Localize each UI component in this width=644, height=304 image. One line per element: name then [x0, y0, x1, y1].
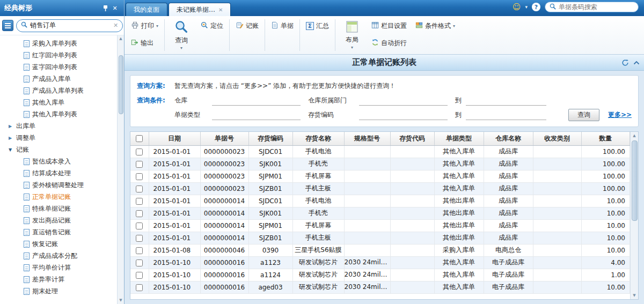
- row-checkbox[interactable]: [136, 210, 143, 217]
- table-row[interactable]: 2015-01-010000000014SJK001手机壳其他出库单成品库10.…: [130, 207, 630, 219]
- auto-wrap-button[interactable]: 自动折行: [367, 34, 411, 51]
- summary-button[interactable]: Σ 汇总: [302, 17, 333, 34]
- row-checkbox[interactable]: [136, 247, 143, 254]
- warehouse-dept-input[interactable]: [359, 96, 448, 106]
- row-checkbox[interactable]: [136, 259, 143, 266]
- scroll-thumb[interactable]: [632, 140, 638, 221]
- scroll-up-icon[interactable]: ▲: [119, 35, 122, 42]
- sidebar-item[interactable]: 产成品入库单: [0, 73, 116, 85]
- sidebar-item-selected[interactable]: 正常单据记账: [0, 191, 116, 203]
- row-checkbox[interactable]: [136, 186, 143, 192]
- close-icon[interactable]: ✕: [110, 3, 120, 13]
- scroll-thumb[interactable]: [119, 55, 123, 114]
- warehouse-input[interactable]: [212, 96, 301, 106]
- to-range-input-2[interactable]: [466, 110, 546, 120]
- layout-button[interactable]: 布局 ▾: [337, 17, 367, 53]
- post-button[interactable]: 记账: [231, 17, 263, 34]
- sidebar-item[interactable]: ▶调整单: [0, 132, 116, 144]
- sidebar-item[interactable]: 平均单价计算: [0, 262, 116, 273]
- sidebar-item[interactable]: 产成品成本分配: [0, 250, 116, 262]
- column-header[interactable]: 数量: [581, 132, 630, 145]
- clear-icon[interactable]: ✕: [113, 22, 118, 29]
- table-row[interactable]: 2015-01-100000000016a1124研发试制芯片2030 24mi…: [130, 269, 630, 281]
- barcode-search-input[interactable]: [559, 3, 634, 11]
- chevron-right-icon[interactable]: ▶: [9, 136, 16, 140]
- column-header[interactable]: 收发类别: [533, 132, 581, 145]
- column-header[interactable]: 存货名称: [292, 132, 344, 145]
- column-header[interactable]: 存货代码: [390, 132, 434, 145]
- row-checkbox[interactable]: [136, 235, 143, 242]
- document-button[interactable]: 单据: [267, 17, 298, 34]
- dropdown-arrow-icon[interactable]: ▾: [525, 4, 528, 10]
- table-row[interactable]: 2015-01-010000000023SJPM01手机屏幕其他入库单成品库10…: [130, 170, 630, 182]
- help-icon[interactable]: ?: [532, 3, 540, 11]
- sidebar-item[interactable]: 期末处理: [0, 285, 116, 297]
- sidebar-item[interactable]: 其他入库单列表: [0, 108, 116, 120]
- pin-icon[interactable]: [100, 3, 110, 13]
- table-row[interactable]: 2015-01-010000000023SJK001手机壳其他入库单成品库100…: [130, 158, 630, 170]
- table-row[interactable]: 2015-01-0800000000460390三星手机S6贴膜采购入库单电商总…: [130, 244, 630, 256]
- inventory-code-input[interactable]: [359, 110, 448, 120]
- locate-button[interactable]: 定位: [196, 17, 228, 34]
- chevron-down-icon[interactable]: ▼: [9, 147, 16, 152]
- chevron-right-icon[interactable]: ▶: [9, 124, 16, 129]
- table-scrollbar[interactable]: ▲ ▼: [630, 132, 638, 299]
- sidebar-search-input[interactable]: [30, 22, 111, 29]
- sidebar-item[interactable]: 红字回冲单列表: [0, 49, 116, 61]
- column-header[interactable]: 单据号: [200, 132, 248, 145]
- tab-my-desktop[interactable]: 我的桌面: [126, 3, 167, 16]
- sidebar-item[interactable]: 发出商品记账: [0, 214, 116, 226]
- table-row[interactable]: 2015-01-010000000023SJDC01手机电池其他入库单成品库10…: [130, 145, 630, 158]
- select-all-checkbox[interactable]: [136, 135, 143, 142]
- refresh-icon[interactable]: [621, 59, 629, 66]
- row-checkbox[interactable]: [136, 284, 143, 291]
- table-row[interactable]: 2015-01-010000000014SJDC01手机电池其他出库单成品库10…: [130, 195, 630, 207]
- sidebar-item[interactable]: 暂估成本录入: [0, 155, 116, 167]
- sidebar-item[interactable]: 特殊单据记账: [0, 203, 116, 214]
- column-header[interactable]: 仓库名称: [484, 132, 533, 145]
- sidebar-item[interactable]: ▶出库单: [0, 120, 116, 132]
- menu-icon[interactable]: [2, 20, 13, 31]
- table-row[interactable]: 2015-01-100000000016a1123研发试制芯片2030 24mi…: [130, 256, 630, 269]
- column-settings-button[interactable]: 栏目设置: [367, 17, 411, 34]
- sidebar-item[interactable]: 结算成本处理: [0, 167, 116, 179]
- table-row[interactable]: 2015-01-010000000023SJZB01手机主板其他入库单成品库10…: [130, 182, 630, 195]
- query-button[interactable]: 查询: [568, 109, 599, 121]
- row-checkbox[interactable]: [136, 198, 143, 205]
- sidebar-item[interactable]: 委外核销调整处理: [0, 179, 116, 191]
- collapse-panel-icon[interactable]: [633, 61, 640, 65]
- scroll-up-icon[interactable]: ▲: [633, 132, 635, 139]
- scroll-down-icon[interactable]: ▼: [633, 292, 635, 299]
- row-checkbox[interactable]: [136, 161, 143, 168]
- column-header[interactable]: 单据类型: [434, 132, 484, 145]
- tab-unposted-docs[interactable]: 未记账单据… ✕: [169, 3, 231, 16]
- tab-close-icon[interactable]: ✕: [218, 7, 223, 13]
- column-header[interactable]: 存货编码: [248, 132, 292, 145]
- sidebar-scrollbar[interactable]: ▲ ▼: [117, 35, 124, 304]
- conditional-format-button[interactable]: 条件格式 ▾: [411, 17, 459, 34]
- table-row[interactable]: 2015-01-010000000014SJPM01手机屏幕其他出库单成品库10…: [130, 219, 630, 232]
- sidebar-item[interactable]: 蓝字回冲单列表: [0, 61, 116, 73]
- sidebar-item[interactable]: 恢复记账: [0, 238, 116, 250]
- row-checkbox[interactable]: [136, 272, 143, 279]
- scroll-down-icon[interactable]: ▼: [119, 297, 122, 304]
- row-checkbox[interactable]: [136, 173, 143, 180]
- print-button[interactable]: 打印 ▾: [127, 17, 163, 34]
- sidebar-item[interactable]: 其他入库单: [0, 97, 116, 108]
- sidebar-item[interactable]: 产成品入库单列表: [0, 85, 116, 97]
- column-header[interactable]: 日期: [149, 132, 200, 145]
- sidebar-item[interactable]: 采购入库单列表: [0, 38, 116, 49]
- row-checkbox[interactable]: [136, 223, 143, 229]
- query-toolbar-button[interactable]: 查询 ▾: [166, 17, 196, 53]
- smiley-icon[interactable]: ☺: [513, 3, 521, 11]
- table-row[interactable]: 2015-01-010000000014SJZB01手机主板其他出库单成品库10…: [130, 232, 630, 244]
- table-row[interactable]: 2015-01-100000000016aged03研发试制芯片2030 24m…: [130, 281, 630, 293]
- more-link[interactable]: 更多>>: [608, 110, 632, 120]
- column-header[interactable]: 规格型号: [344, 132, 390, 145]
- sidebar-item[interactable]: 直运销售记账: [0, 226, 116, 238]
- row-checkbox[interactable]: [136, 149, 143, 155]
- sidebar-item[interactable]: 差异率计算: [0, 273, 116, 285]
- sidebar-item[interactable]: ▼记账: [0, 144, 116, 155]
- doc-type-input[interactable]: [212, 110, 301, 120]
- to-range-input-1[interactable]: [466, 96, 546, 106]
